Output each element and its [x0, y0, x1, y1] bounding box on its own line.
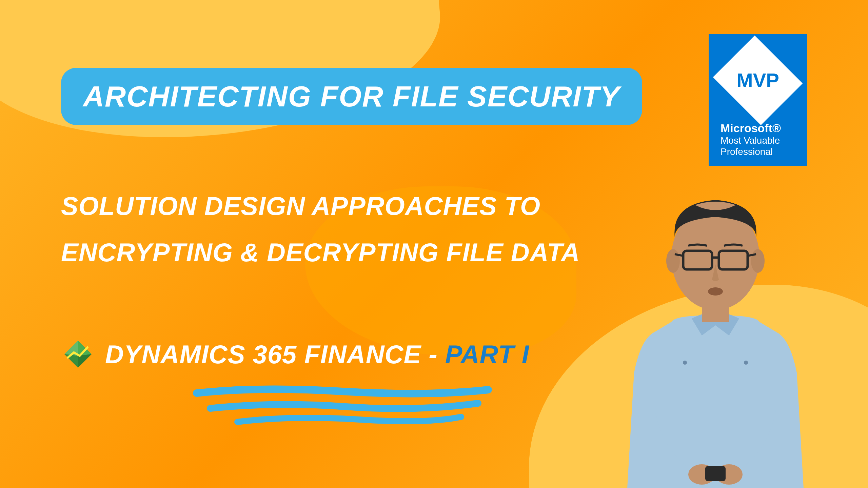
- mvp-badge: MVP Microsoft® Most Valuable Professiona…: [709, 34, 807, 166]
- mvp-label-block: Microsoft® Most Valuable Professional: [715, 122, 800, 158]
- product-name: Dynamics 365 Finance -: [105, 340, 445, 369]
- mvp-diamond-icon: MVP: [713, 36, 803, 125]
- main-title-badge: Architecting for File Security: [61, 68, 642, 125]
- svg-rect-17: [705, 466, 726, 481]
- underline-scribble-icon: [190, 383, 495, 430]
- main-title-text: Architecting for File Security: [83, 80, 620, 113]
- svg-marker-3: [64, 354, 78, 368]
- subtitle-block: Solution Design Approaches to Encrypting…: [61, 183, 604, 276]
- presenter-photo: [607, 169, 824, 488]
- product-row: Dynamics 365 Finance - Part I: [61, 339, 529, 369]
- mvp-desc-1: Most Valuable: [721, 135, 800, 146]
- subtitle-line-2: Encrypting & Decrypting File Data: [61, 229, 604, 276]
- dynamics-finance-icon: [61, 339, 95, 369]
- svg-marker-1: [78, 341, 92, 356]
- subtitle-line-1: Solution Design Approaches to: [61, 183, 604, 229]
- mvp-abbr: MVP: [736, 69, 779, 92]
- product-text: Dynamics 365 Finance - Part I: [105, 340, 529, 369]
- svg-point-14: [708, 287, 723, 296]
- mvp-desc-2: Professional: [721, 146, 800, 158]
- svg-point-19: [744, 361, 748, 365]
- svg-point-8: [751, 249, 765, 273]
- svg-point-7: [666, 249, 680, 273]
- svg-point-18: [683, 361, 687, 365]
- part-label: Part I: [445, 340, 529, 369]
